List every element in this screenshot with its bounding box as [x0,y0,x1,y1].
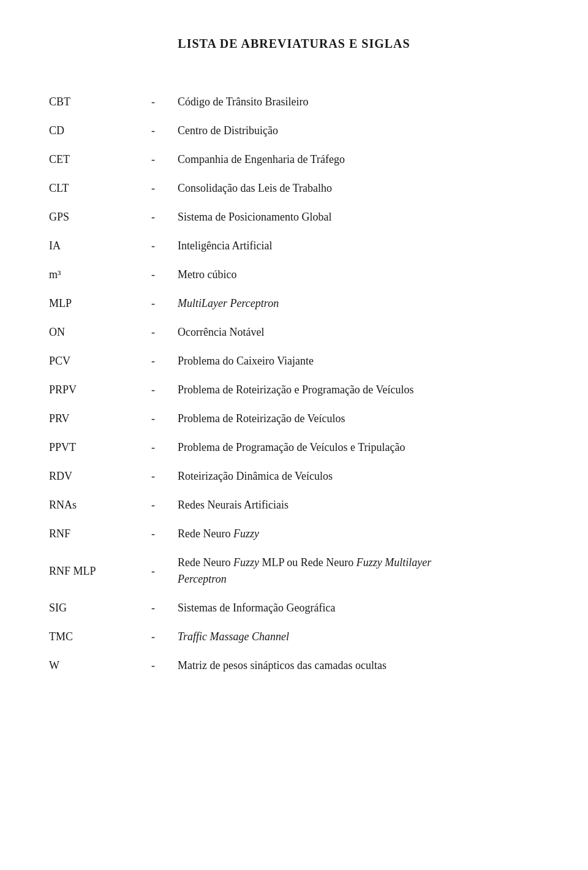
table-row: RDV-Roteirização Dinâmica de Veículos [49,462,539,491]
abbr-cell: TMC [49,622,129,651]
definition-cell: MultiLayer Perceptron [178,289,539,318]
definition-cell: Rede Neuro Fuzzy MLP ou Rede Neuro Fuzzy… [178,548,539,594]
table-row: CLT-Consolidação das Leis de Trabalho [49,174,539,203]
dash-cell: - [129,174,178,203]
table-row: PRV-Problema de Roteirização de Veículos [49,404,539,433]
definition-cell: Problema do Caixeiro Viajante [178,347,539,376]
definition-cell: Redes Neurais Artificiais [178,491,539,520]
dash-cell: - [129,491,178,520]
abbr-cell: SIG [49,594,129,622]
abbr-cell: PPVT [49,433,129,462]
dash-cell: - [129,622,178,651]
definition-cell: Código de Trânsito Brasileiro [178,88,539,116]
dash-cell: - [129,203,178,232]
dash-cell: - [129,594,178,622]
table-row: RNF MLP-Rede Neuro Fuzzy MLP ou Rede Neu… [49,548,539,594]
table-row: ON-Ocorrência Notável [49,318,539,347]
table-row: W-Matriz de pesos sinápticos das camadas… [49,651,539,680]
dash-cell: - [129,232,178,260]
abbr-cell: CET [49,145,129,174]
definition-cell: Traffic Massage Channel [178,622,539,651]
dash-cell: - [129,520,178,548]
definition-cell: Inteligência Artificial [178,232,539,260]
abbr-cell: PCV [49,347,129,376]
table-row: PPVT-Problema de Programação de Veículos… [49,433,539,462]
table-row: MLP-MultiLayer Perceptron [49,289,539,318]
abbr-cell: IA [49,232,129,260]
definition-cell: Problema de Programação de Veículos e Tr… [178,433,539,462]
dash-cell: - [129,462,178,491]
abbr-cell: RDV [49,462,129,491]
table-row: CET-Companhia de Engenharia de Tráfego [49,145,539,174]
dash-cell: - [129,376,178,404]
definition-cell: Matriz de pesos sinápticos das camadas o… [178,651,539,680]
dash-cell: - [129,318,178,347]
definition-cell: Ocorrência Notável [178,318,539,347]
dash-cell: - [129,347,178,376]
dash-cell: - [129,289,178,318]
dash-cell: - [129,548,178,594]
abbr-cell: ON [49,318,129,347]
table-row: CBT-Código de Trânsito Brasileiro [49,88,539,116]
table-row: GPS-Sistema de Posicionamento Global [49,203,539,232]
table-row: PRPV-Problema de Roteirização e Programa… [49,376,539,404]
table-row: IA-Inteligência Artificial [49,232,539,260]
table-row: TMC-Traffic Massage Channel [49,622,539,651]
definition-cell: Rede Neuro Fuzzy [178,520,539,548]
dash-cell: - [129,88,178,116]
definition-cell: Sistemas de Informação Geográfica [178,594,539,622]
definition-cell: Consolidação das Leis de Trabalho [178,174,539,203]
abbr-cell: RNF MLP [49,548,129,594]
abbr-cell: CBT [49,88,129,116]
page-title: LISTA DE ABREVIATURAS E SIGLAS [49,37,539,51]
definition-cell: Metro cúbico [178,260,539,289]
dash-cell: - [129,404,178,433]
definition-cell: Problema de Roteirização de Veículos [178,404,539,433]
definition-cell: Centro de Distribuição [178,116,539,145]
abbr-cell: RNF [49,520,129,548]
definition-cell: Problema de Roteirização e Programação d… [178,376,539,404]
table-row: SIG-Sistemas de Informação Geográfica [49,594,539,622]
abbreviations-table: CBT-Código de Trânsito BrasileiroCD-Cent… [49,88,539,680]
abbr-cell: GPS [49,203,129,232]
table-row: CD-Centro de Distribuição [49,116,539,145]
dash-cell: - [129,116,178,145]
dash-cell: - [129,145,178,174]
table-row: RNF-Rede Neuro Fuzzy [49,520,539,548]
table-row: RNAs-Redes Neurais Artificiais [49,491,539,520]
abbr-cell: MLP [49,289,129,318]
abbr-cell: CD [49,116,129,145]
definition-cell: Sistema de Posicionamento Global [178,203,539,232]
definition-cell: Roteirização Dinâmica de Veículos [178,462,539,491]
abbr-cell: PRPV [49,376,129,404]
table-row: PCV-Problema do Caixeiro Viajante [49,347,539,376]
abbr-cell: RNAs [49,491,129,520]
abbr-cell: PRV [49,404,129,433]
abbr-cell: CLT [49,174,129,203]
dash-cell: - [129,260,178,289]
abbr-cell: W [49,651,129,680]
definition-cell: Companhia de Engenharia de Tráfego [178,145,539,174]
dash-cell: - [129,433,178,462]
abbr-cell: m³ [49,260,129,289]
dash-cell: - [129,651,178,680]
table-row: m³-Metro cúbico [49,260,539,289]
